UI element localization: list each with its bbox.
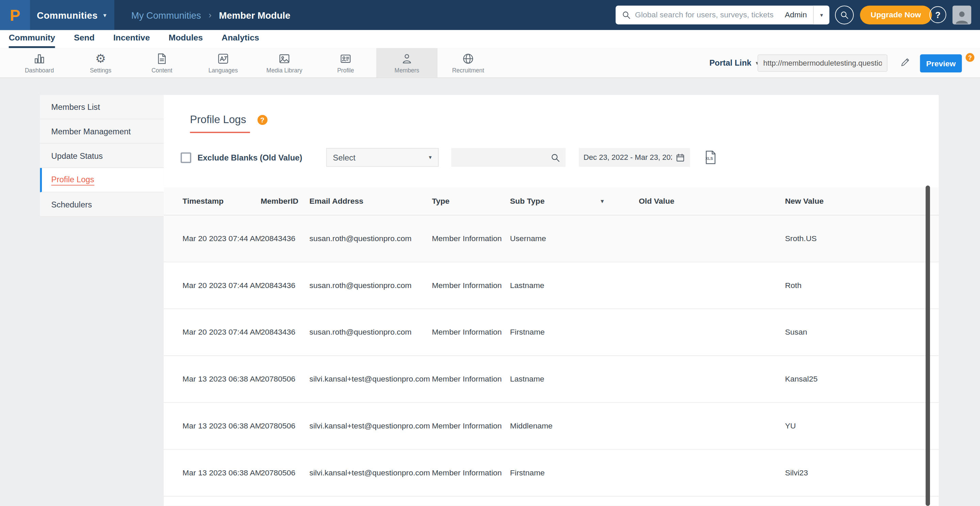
cell-timestamp: Mar 20 2023 07:44 AM <box>182 281 261 290</box>
module-label: Profile <box>337 67 354 73</box>
cell-new-value: Silvi23 <box>785 469 923 477</box>
table-body: Mar 20 2023 07:44 AM 20843436 susan.roth… <box>164 216 939 497</box>
search-submit-button[interactable] <box>835 6 854 24</box>
global-search-input[interactable] <box>635 11 778 19</box>
cell-sub-type: Lastname <box>510 375 639 384</box>
portal-url-field[interactable] <box>757 54 888 72</box>
module-profile[interactable]: Profile <box>315 48 376 77</box>
product-switcher[interactable]: P Communities ▾ <box>0 0 115 30</box>
cell-member-id: 20780506 <box>261 469 309 477</box>
tab-incentive[interactable]: Incentive <box>113 30 150 48</box>
content-panel: Profile Logs ? Exclude Blanks (Old Value… <box>164 95 939 506</box>
module-label: Settings <box>90 67 111 73</box>
module-settings[interactable]: ⚙ Settings <box>70 48 131 77</box>
cell-email: silvi.kansal+test@questionpro.com <box>309 422 432 430</box>
table-row: Mar 13 2023 06:38 AM 20780506 silvi.kans… <box>164 403 939 450</box>
cell-new-value: Roth <box>785 281 923 290</box>
table-header: Timestamp MemberID Email Address Type Su… <box>164 187 939 216</box>
module-media-library[interactable]: Media Library <box>254 48 315 77</box>
breadcrumb-my-communities[interactable]: My Communities <box>131 10 201 20</box>
search-icon <box>622 11 631 19</box>
module-members[interactable]: Members <box>376 48 438 77</box>
cell-email: susan.roth@questionpro.com <box>309 281 432 290</box>
cell-timestamp: Mar 13 2023 06:38 AM <box>182 469 261 477</box>
search-icon[interactable] <box>550 153 560 162</box>
sidebar-item-members-list[interactable]: Members List <box>40 95 164 119</box>
table-search <box>451 148 565 167</box>
logo-letter: P <box>10 7 21 23</box>
portal-link-label: Portal Link <box>710 58 751 68</box>
export-xls-button[interactable]: XLS <box>703 150 717 165</box>
calendar-icon <box>675 153 685 162</box>
sidebar: Members List Member Management Update St… <box>40 95 164 217</box>
cell-new-value: Susan <box>785 328 923 337</box>
module-dashboard[interactable]: Dashboard <box>9 48 70 77</box>
exclude-blanks-checkbox[interactable] <box>181 152 191 163</box>
cell-new-value: YU <box>785 422 923 430</box>
cell-timestamp: Mar 20 2023 07:44 AM <box>182 234 261 243</box>
primary-nav: Community Send Incentive Modules Analyti… <box>0 30 980 48</box>
tab-analytics[interactable]: Analytics <box>221 30 259 48</box>
cell-member-id: 20843436 <box>261 281 309 290</box>
questionpro-logo: P <box>0 0 30 30</box>
cell-type: Member Information <box>432 229 510 248</box>
col-email: Email Address <box>309 197 432 206</box>
title-help-button[interactable]: ? <box>257 115 267 125</box>
date-range-picker[interactable]: Dec 23, 2022 - Mar 23, 2023 <box>579 148 690 167</box>
cell-type: Member Information <box>432 463 510 482</box>
edit-pencil-icon[interactable] <box>900 57 911 67</box>
module-content[interactable]: Content <box>131 48 192 77</box>
cell-timestamp: Mar 13 2023 06:38 AM <box>182 422 261 430</box>
cell-sub-type: Firstname <box>510 328 639 337</box>
module-languages[interactable]: Languages <box>192 48 254 77</box>
user-avatar[interactable] <box>953 6 971 24</box>
table-row: Mar 13 2023 06:38 AM 20780506 silvi.kans… <box>164 356 939 403</box>
sort-caret-icon[interactable]: ▾ <box>601 198 604 204</box>
product-name: Communities <box>37 10 98 20</box>
sidebar-item-update-status[interactable]: Update Status <box>40 143 164 168</box>
chevron-down-icon: ▾ <box>429 154 431 160</box>
portal-help-button[interactable]: ? <box>966 53 975 62</box>
preview-button[interactable]: Preview <box>920 54 962 73</box>
app-viewport: P Communities ▾ My Communities › Member … <box>0 0 980 506</box>
vertical-scrollbar[interactable] <box>926 186 930 506</box>
cell-member-id: 20780506 <box>261 422 309 430</box>
breadcrumb: My Communities › Member Module <box>131 0 291 30</box>
translate-icon <box>217 52 229 65</box>
table-search-input[interactable] <box>457 153 550 162</box>
subtype-select[interactable]: Select ▾ <box>326 148 439 167</box>
cell-timestamp: Mar 20 2023 07:44 AM <box>182 328 261 337</box>
module-toolbar: Dashboard ⚙ Settings Content Languages M… <box>0 48 980 78</box>
image-icon <box>278 52 291 65</box>
top-bar: P Communities ▾ My Communities › Member … <box>0 0 980 30</box>
module-label: Recruitment <box>452 67 484 73</box>
page-title: Profile Logs <box>190 114 250 133</box>
sidebar-item-member-management[interactable]: Member Management <box>40 119 164 144</box>
tab-modules[interactable]: Modules <box>169 30 203 48</box>
search-icon <box>840 11 849 19</box>
search-scope-label[interactable]: Admin <box>778 11 813 19</box>
id-card-icon <box>339 52 352 65</box>
tab-send[interactable]: Send <box>74 30 95 48</box>
module-recruitment[interactable]: Recruitment <box>438 48 499 77</box>
cell-email: silvi.kansal+test@questionpro.com <box>309 375 432 384</box>
col-sub-type[interactable]: Sub Type ▾ <box>510 197 639 206</box>
cell-sub-type: Username <box>510 234 639 243</box>
cell-timestamp: Mar 13 2023 06:38 AM <box>182 375 261 384</box>
cell-new-value: Sroth.US <box>785 234 923 243</box>
portal-link-dropdown[interactable]: Portal Link ▾ <box>710 48 759 77</box>
table-row: Mar 20 2023 07:44 AM 20843436 susan.roth… <box>164 216 939 263</box>
cell-member-id: 20843436 <box>261 328 309 337</box>
col-member-id: MemberID <box>261 197 309 206</box>
search-scope-dropdown[interactable]: ▾ <box>813 6 830 24</box>
module-label: Media Library <box>266 67 302 73</box>
tab-community[interactable]: Community <box>9 30 55 48</box>
bar-chart-icon <box>33 52 46 65</box>
globe-icon <box>462 52 474 65</box>
sidebar-item-profile-logs[interactable]: Profile Logs <box>40 168 164 192</box>
sidebar-item-schedulers[interactable]: Schedulers <box>40 192 164 217</box>
col-old-value: Old Value <box>639 197 785 206</box>
upgrade-now-button[interactable]: Upgrade Now <box>860 6 931 24</box>
cell-sub-type: Lastname <box>510 281 639 290</box>
help-button[interactable]: ? <box>929 6 946 23</box>
